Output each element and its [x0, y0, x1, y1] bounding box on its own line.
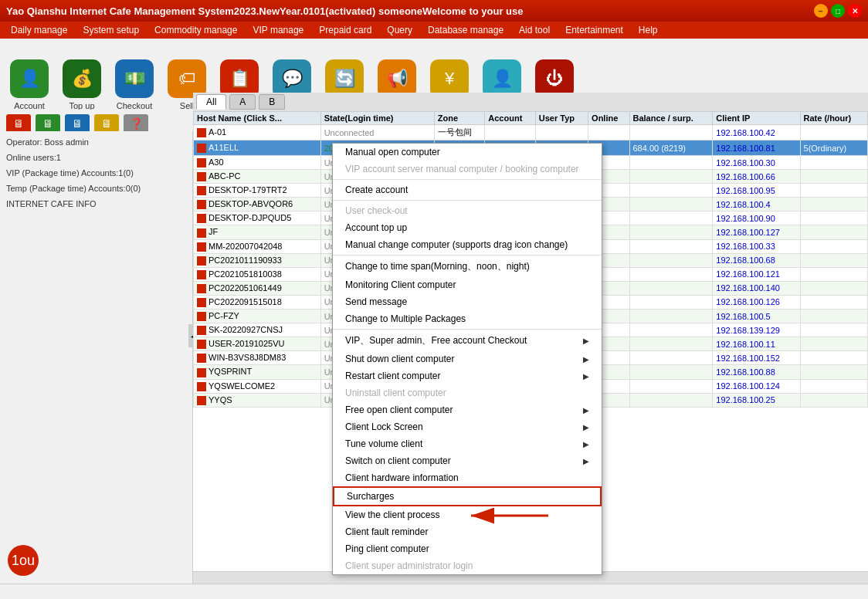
window-controls: − □ ✕ [814, 4, 862, 18]
user-icon-bottom: 1ou [8, 545, 39, 576]
menu-item-system-setup[interactable]: System setup [75, 23, 147, 37]
cell-5 [588, 125, 629, 140]
cell-6 [629, 125, 713, 140]
toolbar-label-checkout: Checkout [117, 101, 152, 110]
cell-0: PC-FZY [194, 310, 321, 323]
cell-6 [629, 351, 713, 365]
ctx-item-7[interactable]: Manual change computer (supports drag ic… [333, 236, 602, 253]
cell-8 [800, 253, 867, 267]
ctx-item-label-15: Shut down client computer [345, 354, 454, 364]
ctx-item-12[interactable]: Change to Multiple Packages [333, 310, 602, 327]
ctx-item-21[interactable]: Switch on client computer▶ [333, 452, 602, 469]
comp-indicator [197, 298, 206, 307]
tab-all[interactable]: All [196, 94, 226, 110]
app-title: Yao Qianshu Internet Cafe Management Sys… [6, 5, 524, 17]
ctx-item-5: User check-out [333, 202, 602, 219]
toolbar-icon-monitor: 💬 [273, 59, 311, 98]
cell-6 [629, 198, 713, 212]
menu-item-prepaid-card[interactable]: Prepaid card [311, 23, 379, 37]
cell-0: SK-20220927CNSJ [194, 323, 321, 337]
cell-6 [629, 170, 713, 184]
ctx-item-25[interactable]: Client fault reminder [333, 523, 602, 540]
toolbar-icon-top-up: 💰 [63, 59, 101, 98]
toolbar-btn-checkout[interactable]: 💵Checkout [111, 59, 158, 110]
cell-6: 684.00 (8219) [629, 140, 713, 156]
ctx-item-arrow-19: ▶ [583, 423, 589, 431]
cafe-info: INTERNET CAFE INFO [6, 199, 186, 208]
ctx-item-14[interactable]: VIP、Super admin、Free account Checkout▶ [333, 331, 602, 350]
ctx-item-3[interactable]: Create account [333, 181, 602, 198]
cell-7: 192.168.100.25 [713, 393, 800, 407]
ctx-item-1: VIP account server manual computer / boo… [333, 161, 602, 178]
col-account: Account [485, 112, 535, 125]
ctx-item-16[interactable]: Restart client computer▶ [333, 367, 602, 384]
ctx-item-label-19: Client Lock Screen [345, 421, 423, 432]
maximize-button[interactable]: □ [831, 4, 845, 18]
ctx-item-23[interactable]: Surcharges [333, 486, 602, 506]
cell-0: PC2021011190933 [194, 253, 321, 267]
title-bar: Yao Qianshu Internet Cafe Management Sys… [0, 0, 868, 22]
minimize-button[interactable]: − [814, 4, 828, 18]
cell-8 [800, 198, 867, 212]
cell-8: 5(Ordinary) [800, 140, 867, 156]
cell-7: 192.168.100.152 [713, 351, 800, 365]
comp-indicator [197, 354, 206, 363]
tab-b[interactable]: B [259, 94, 285, 110]
toolbar-label-sell: Sell [180, 101, 194, 110]
ctx-item-15[interactable]: Shut down client computer▶ [333, 350, 602, 367]
cell-8 [800, 156, 867, 170]
ctx-item-arrow-16: ▶ [583, 372, 589, 381]
computer-icon-green: 🖥 [36, 114, 60, 133]
comp-indicator [197, 256, 206, 266]
table-row[interactable]: A-01Unconnected一号包间192.168.100.42 [194, 125, 868, 140]
menu-item-vip-manage[interactable]: VIP manage [245, 23, 311, 37]
ctx-item-20[interactable]: Tune volume client▶ [333, 435, 602, 452]
ctx-item-19[interactable]: Client Lock Screen▶ [333, 418, 602, 435]
cell-6 [629, 184, 713, 198]
comp-indicator [197, 144, 206, 153]
cell-6 [629, 310, 713, 323]
menu-item-database-manage[interactable]: Database manage [420, 23, 511, 37]
tab-a[interactable]: A [229, 94, 256, 110]
close-button[interactable]: ✕ [848, 4, 862, 18]
ctx-item-label-11: Send message [345, 296, 407, 307]
ctx-item-11[interactable]: Send message [333, 293, 602, 310]
comp-indicator [197, 228, 206, 238]
cell-6 [629, 212, 713, 225]
toolbar-btn-account[interactable]: 👤Account [6, 59, 53, 110]
menu-bar: Daily manageSystem setupCommodity manage… [0, 22, 868, 39]
menu-item-help[interactable]: Help [631, 23, 666, 37]
cell-8 [800, 310, 867, 323]
context-menu: Manual open computerVIP account server m… [332, 143, 602, 575]
ctx-item-label-5: User check-out [345, 205, 408, 216]
ctx-item-0[interactable]: Manual open computer [333, 144, 602, 161]
menu-item-query[interactable]: Query [379, 23, 420, 37]
operator-label: Operator: Boss admin [6, 137, 89, 147]
comp-indicator [197, 382, 206, 391]
cell-8 [800, 393, 867, 407]
ctx-item-26[interactable]: Ping client computer [333, 540, 602, 557]
cell-7: 192.168.100.33 [713, 239, 800, 253]
ctx-item-label-24: View the client process [345, 509, 440, 520]
ctx-item-18[interactable]: Free open client computer▶ [333, 401, 602, 418]
ctx-item-9[interactable]: Change to time span(Morning、noon、night) [333, 257, 602, 276]
toolbar-icon-shift: 📋 [220, 59, 259, 98]
cafe-info-label: INTERNET CAFE INFO [6, 199, 97, 208]
ctx-item-6[interactable]: Account top up [333, 219, 602, 236]
menu-item-commodity-manage[interactable]: Commodity manage [147, 23, 245, 37]
ctx-item-24[interactable]: View the client process [333, 506, 602, 523]
ctx-separator [333, 329, 602, 330]
menu-item-entertainment[interactable]: Entertainment [558, 23, 631, 37]
cell-8 [800, 225, 867, 239]
cell-6 [629, 365, 713, 379]
menu-item-daily-manage[interactable]: Daily manage [3, 23, 75, 37]
ctx-item-22[interactable]: Client hardware information [333, 469, 602, 486]
comp-indicator [197, 172, 206, 181]
menu-item-aid-tool[interactable]: Aid tool [511, 23, 558, 37]
toolbar-btn-top-up[interactable]: 💰Top up [59, 59, 105, 110]
ctx-item-label-25: Client fault reminder [345, 526, 428, 537]
cell-8 [800, 323, 867, 337]
ctx-item-10[interactable]: Monitoring Client computer [333, 276, 602, 293]
ctx-item-label-6: Account top up [345, 222, 407, 233]
cell-8 [800, 267, 867, 281]
